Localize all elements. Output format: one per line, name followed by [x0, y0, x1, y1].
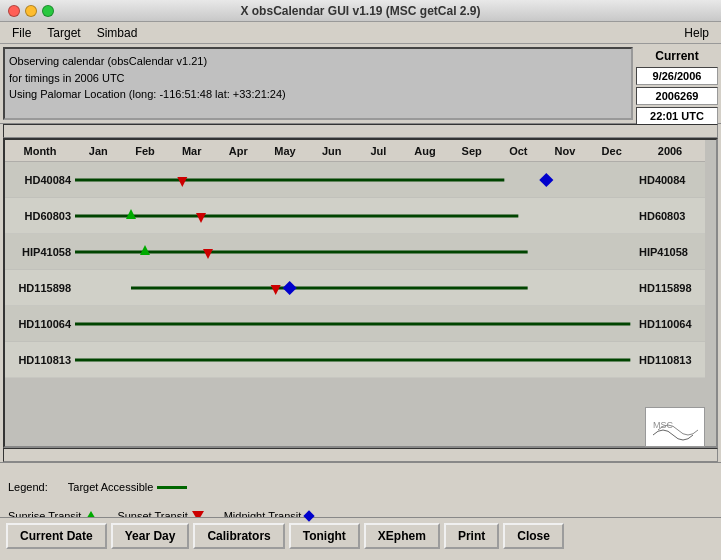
- msc-logo-svg: MSC: [648, 410, 703, 445]
- menu-simbad[interactable]: Simbad: [89, 24, 146, 42]
- scroll-bar-top[interactable]: [3, 124, 718, 138]
- legend-row-1: Legend: Target Accessible MSC: [8, 467, 713, 507]
- year-day-button[interactable]: Year Day: [111, 523, 190, 549]
- legend-label: Legend:: [8, 481, 48, 493]
- content-area: Observing calendar (obsCalendar v1.21) f…: [0, 44, 721, 560]
- info-line1: Observing calendar (obsCalendar v1.21): [9, 53, 627, 70]
- current-panel: Current 9/26/2006 2006269 22:01 UTC: [636, 47, 718, 120]
- xephem-button[interactable]: XEphem: [364, 523, 440, 549]
- scroll-bar-bottom[interactable]: [3, 448, 718, 462]
- current-date: 9/26/2006: [636, 67, 718, 85]
- minimize-btn[interactable]: [25, 5, 37, 17]
- current-date-button[interactable]: Current Date: [6, 523, 107, 549]
- top-section: Observing calendar (obsCalendar v1.21) f…: [0, 44, 721, 124]
- window-controls: [8, 5, 54, 17]
- accessible-line-icon: [157, 486, 187, 489]
- obs-calendar-chart: [5, 140, 705, 430]
- current-jd: 2006269: [636, 87, 718, 105]
- info-line3: Using Palomar Location (long: -116:51:48…: [9, 86, 627, 103]
- menu-target[interactable]: Target: [39, 24, 88, 42]
- legend-accessible-text: Target Accessible: [68, 481, 154, 493]
- info-line2: for timings in 2006 UTC: [9, 70, 627, 87]
- info-panel: Observing calendar (obsCalendar v1.21) f…: [3, 47, 633, 120]
- print-button[interactable]: Print: [444, 523, 499, 549]
- msc-logo: MSC: [645, 407, 705, 447]
- current-utc: 22:01 UTC: [636, 107, 718, 125]
- legend-accessible: Target Accessible: [68, 481, 188, 493]
- menu-file[interactable]: File: [4, 24, 39, 42]
- menu-bar: File Target Simbad Help: [0, 22, 721, 44]
- tonight-button[interactable]: Tonight: [289, 523, 360, 549]
- title-bar: X obsCalendar GUI v1.19 (MSC getCal 2.9): [0, 0, 721, 22]
- bottom-bar: Current Date Year Day Calibrators Tonigh…: [0, 517, 721, 553]
- current-label: Current: [636, 47, 718, 65]
- window-title: X obsCalendar GUI v1.19 (MSC getCal 2.9): [240, 4, 480, 18]
- legend-area: Legend: Target Accessible MSC Sunrise Tr…: [0, 462, 721, 517]
- maximize-btn[interactable]: [42, 5, 54, 17]
- close-window-btn[interactable]: [8, 5, 20, 17]
- chart-container: [3, 138, 718, 448]
- menu-help[interactable]: Help: [676, 24, 717, 42]
- calibrators-button[interactable]: Calibrators: [193, 523, 284, 549]
- close-button[interactable]: Close: [503, 523, 564, 549]
